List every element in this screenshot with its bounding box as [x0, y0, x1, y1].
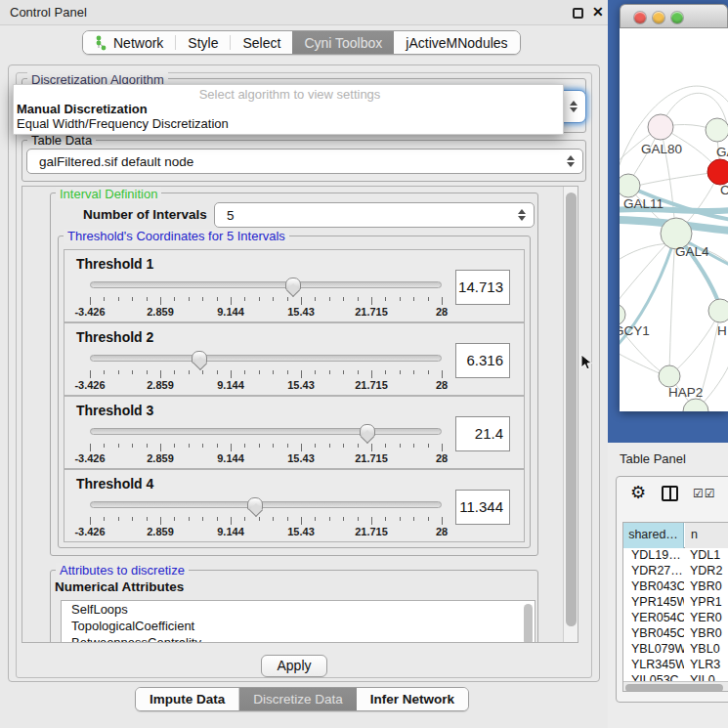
table-header-row: shared… n: [623, 523, 728, 548]
slider-track[interactable]: [90, 355, 442, 362]
cell: YBR043C: [623, 579, 684, 593]
cell: YLR3: [684, 658, 728, 671]
num-intervals-label: Number of Intervals: [83, 207, 207, 222]
scrollbar-thumb[interactable]: [566, 193, 577, 626]
top-tab-bar: Network Style Select Cyni Toolbox jActiv…: [82, 30, 521, 55]
slider-thumb[interactable]: [192, 351, 207, 364]
threshold-label: Threshold 4: [76, 476, 153, 492]
network-svg[interactable]: GAL80GACGAL11GAL4GCY1HHAP2: [620, 28, 728, 411]
horizontal-scrollbar[interactable]: [623, 681, 728, 692]
popup-item-equal-width-frequency[interactable]: Equal Width/Frequency Discretization: [14, 116, 563, 131]
close-icon[interactable]: ✕: [592, 4, 604, 20]
network-node-GCY1[interactable]: [620, 304, 625, 325]
mouse-cursor: [580, 354, 593, 372]
table-row[interactable]: YDL19…YDL1: [623, 548, 728, 564]
network-node-label: GCY1: [620, 323, 650, 338]
threshold-1-panel: Threshold 1 -3.4262.8599.14415.4321.7152…: [64, 249, 525, 322]
slider-thumb[interactable]: [285, 278, 301, 290]
float-window-icon[interactable]: [573, 8, 583, 19]
network-node-label: GAL80: [641, 142, 682, 156]
threshold-2-value-field[interactable]: 6.316: [455, 343, 510, 378]
select-columns-icon[interactable]: ☑☑: [693, 487, 716, 500]
threshold-4-value-field[interactable]: 11.344: [455, 490, 510, 525]
slider-track[interactable]: [90, 281, 442, 288]
cell: YIL0: [684, 673, 728, 681]
num-intervals-combobox[interactable]: 5: [214, 202, 535, 228]
close-traffic-light[interactable]: [634, 12, 646, 23]
table-row[interactable]: YBR043CYBR0: [623, 579, 728, 595]
tab-style[interactable]: Style: [176, 31, 230, 54]
tab-discretize-data[interactable]: Discretize Data: [239, 688, 357, 710]
table-panel-box: ⚙ ☑☑ shared… n YDL19…YDL1 YDR27…YDR2 YBR…: [616, 476, 728, 703]
slider-tick-labels: -3.4262.8599.14415.4321.71528: [90, 306, 442, 318]
threshold-label: Threshold 1: [76, 256, 153, 272]
cell: YBL079W: [623, 642, 684, 656]
network-edge[interactable]: [670, 313, 719, 375]
threshold-3-slider[interactable]: -3.4262.8599.14415.4321.71528: [82, 422, 450, 467]
network-edge[interactable]: [628, 172, 718, 188]
threshold-label: Threshold 2: [76, 329, 153, 345]
tab-network[interactable]: Network: [83, 31, 175, 54]
thresholds-group-label: Threshold's Coordinates for 5 Intervals: [64, 229, 289, 243]
table-row[interactable]: YPR145WYPR1: [623, 595, 728, 611]
tab-cyni-toolbox[interactable]: Cyni Toolbox: [292, 31, 394, 54]
column-header-shared-name[interactable]: shared…: [623, 523, 684, 548]
threshold-1-slider[interactable]: -3.4262.8599.14415.4321.71528: [82, 276, 450, 321]
table-row[interactable]: YBR045CYBR0: [623, 626, 728, 642]
cell: YDL1: [684, 548, 728, 562]
vertical-scrollbar[interactable]: [563, 187, 578, 643]
tab-jactivemnodules[interactable]: jActiveMNodules: [394, 31, 519, 54]
network-node-red-node[interactable]: [707, 159, 728, 185]
table-row[interactable]: YIL053CYIL0: [623, 673, 728, 681]
zoom-traffic-light[interactable]: [671, 12, 683, 23]
table-row[interactable]: YBL079WYBL0: [623, 642, 728, 658]
network-node-GAL11[interactable]: [620, 174, 640, 197]
slider-tick-labels: -3.4262.8599.14415.4321.71528: [90, 379, 442, 391]
node-table: shared… n YDL19…YDL1 YDR27…YDR2 YBR043CY…: [622, 522, 728, 692]
tab-cyni-toolbox-label: Cyni Toolbox: [304, 35, 382, 51]
split-columns-icon[interactable]: [662, 486, 678, 501]
slider-thumb[interactable]: [360, 424, 375, 437]
tab-style-label: Style: [188, 35, 218, 51]
threshold-4-slider[interactable]: -3.4262.8599.14415.4321.71528: [82, 495, 450, 540]
list-scrollbar[interactable]: [524, 604, 533, 643]
slider-thumb[interactable]: [247, 497, 263, 510]
tab-select-label: Select: [242, 35, 280, 51]
network-node-top-right[interactable]: [706, 118, 728, 142]
slider-track[interactable]: [90, 428, 442, 435]
network-node-h-node[interactable]: [708, 299, 728, 322]
table-row[interactable]: YER054CYER0: [623, 611, 728, 626]
popup-placeholder-item[interactable]: Select algorithm to view settings: [14, 87, 563, 102]
network-canvas[interactable]: GAL80GACGAL11GAL4GCY1HHAP2: [620, 28, 728, 411]
tab-select[interactable]: Select: [231, 31, 292, 54]
popup-item-manual-discretization[interactable]: Manual Discretization: [14, 102, 563, 116]
network-window-titlebar[interactable]: [620, 4, 728, 28]
control-panel-window: Control Panel ✕ Network Style Select Cyn…: [0, 0, 608, 728]
table-data-group-label: Table Data: [27, 133, 96, 148]
cell: YPR145W: [623, 595, 684, 609]
table-row[interactable]: YDR27…YDR2: [623, 564, 728, 579]
tab-impute-data[interactable]: Impute Data: [136, 688, 238, 710]
network-node-HAP2[interactable]: [659, 365, 680, 387]
slider-track[interactable]: [90, 501, 442, 508]
cell: YDR27…: [623, 564, 684, 578]
tab-infer-network[interactable]: Infer Network: [357, 688, 468, 710]
gear-icon[interactable]: ⚙: [630, 482, 646, 503]
scrollbar-thumb[interactable]: [625, 684, 723, 692]
numerical-attributes-list[interactable]: SelfLoops TopologicalCoefficient Between…: [61, 600, 535, 643]
list-item-topologicalcoefficient[interactable]: TopologicalCoefficient: [62, 618, 535, 634]
threshold-2-slider[interactable]: -3.4262.8599.14415.4321.71528: [82, 349, 450, 394]
minimize-traffic-light[interactable]: [653, 12, 664, 23]
threshold-1-value-field[interactable]: 14.713: [455, 270, 510, 305]
network-node-label: GA: [716, 145, 728, 159]
table-data-combobox[interactable]: galFiltered.sif default node: [26, 149, 583, 174]
table-row[interactable]: YLR345WYLR3: [623, 658, 728, 673]
threshold-3-value-field[interactable]: 21.4: [455, 416, 510, 451]
column-header-name[interactable]: n: [685, 523, 728, 548]
list-item-selfloops[interactable]: SelfLoops: [62, 601, 535, 618]
network-node-label: H: [717, 323, 727, 338]
network-node-GAL80[interactable]: [648, 114, 673, 140]
list-item-betweennesscentrality[interactable]: BetweennessCentrality: [62, 634, 535, 643]
apply-button[interactable]: Apply: [261, 655, 327, 677]
slider-scale: [90, 517, 442, 526]
